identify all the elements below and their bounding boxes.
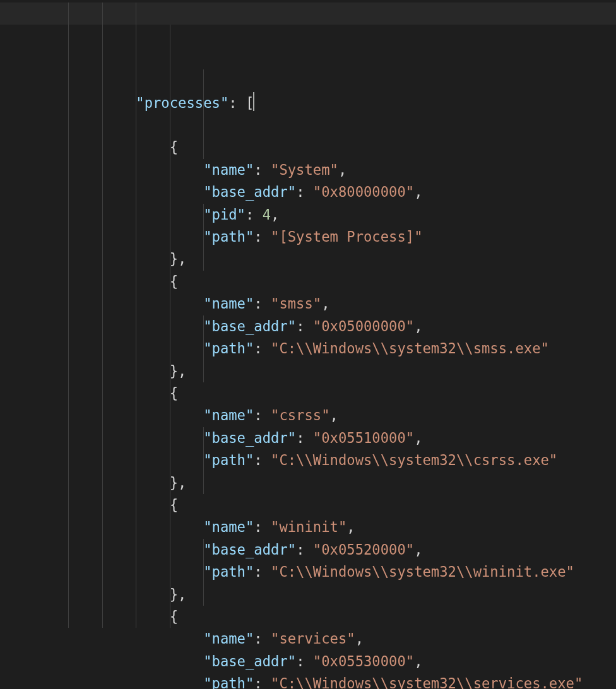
code-line: "path": "C:\\Windows\\system32\\wininit.… [35, 561, 616, 583]
code-line: "base_addr": "0x05530000", [35, 651, 616, 673]
code-line: "path": "C:\\Windows\\system32\\services… [35, 673, 616, 689]
code-line: "name": "System", [35, 159, 616, 181]
code-line: }, [35, 248, 616, 270]
code-line: "processes": [ [35, 92, 616, 114]
code-line: { [35, 136, 616, 158]
code-line: "name": "smss", [35, 293, 616, 315]
code-line: "name": "services", [35, 628, 616, 650]
current-line-highlight [0, 3, 616, 25]
code-line: { [35, 494, 616, 516]
code-line: "path": "C:\\Windows\\system32\\csrss.ex… [35, 449, 616, 471]
code-line: { [35, 606, 616, 628]
code-line: "base_addr": "0x05520000", [35, 539, 616, 561]
code-line: { [35, 382, 616, 404]
code-line: }, [35, 584, 616, 606]
code-line: }, [35, 360, 616, 382]
code-line: { [35, 271, 616, 293]
code-line: }, [35, 472, 616, 494]
code-line: "name": "csrss", [35, 404, 616, 427]
code-line: "path": "C:\\Windows\\system32\\smss.exe… [35, 338, 616, 360]
code-line: "base_addr": "0x05510000", [35, 427, 616, 449]
code-line: "pid": 4, [35, 204, 616, 226]
code-editor[interactable]: "processes": [ { "name": "System", "base… [0, 0, 616, 689]
code-line: "base_addr": "0x80000000", [35, 181, 616, 203]
json-code-content: "processes": [ { "name": "System", "base… [35, 92, 616, 689]
code-line [35, 114, 616, 136]
code-line: "base_addr": "0x05000000", [35, 315, 616, 338]
code-line: "name": "wininit", [35, 516, 616, 538]
code-line: "path": "[System Process]" [35, 226, 616, 248]
text-cursor [253, 92, 254, 111]
